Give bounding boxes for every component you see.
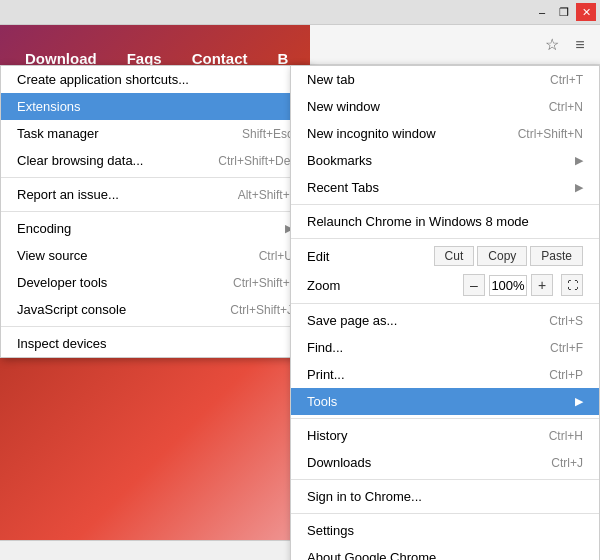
submenu-item[interactable]: JavaScript consoleCtrl+Shift+J bbox=[1, 296, 309, 323]
menu-item-label: History bbox=[307, 428, 529, 443]
menu-item-label: New window bbox=[307, 99, 529, 114]
submenu-item-label: Inspect devices bbox=[17, 336, 293, 351]
menu-item-label: New incognito window bbox=[307, 126, 498, 141]
submenu-item-label: Developer tools bbox=[17, 275, 233, 290]
submenu-item[interactable]: Encoding▶ bbox=[1, 215, 309, 242]
zoom-row: Zoom – 100% + ⛶ bbox=[291, 270, 599, 300]
menu-shortcut: Ctrl+T bbox=[550, 73, 583, 87]
menu-shortcut: Ctrl+H bbox=[549, 429, 583, 443]
submenu-item[interactable]: Task managerShift+Esc bbox=[1, 120, 309, 147]
submenu-item[interactable]: Clear browsing data...Ctrl+Shift+Del bbox=[1, 147, 309, 174]
menu-item-label: Bookmarks bbox=[307, 153, 567, 168]
menu-item[interactable]: New windowCtrl+N bbox=[291, 93, 599, 120]
menu-shortcut: Ctrl+Shift+N bbox=[518, 127, 583, 141]
menu-item-label: Downloads bbox=[307, 455, 531, 470]
menu-item[interactable]: HistoryCtrl+H bbox=[291, 422, 599, 449]
menu-item[interactable]: Sign in to Chrome... bbox=[291, 483, 599, 510]
submenu-shortcut: Alt+Shift+I bbox=[238, 188, 293, 202]
menu-item[interactable]: Print...Ctrl+P bbox=[291, 361, 599, 388]
zoom-label: Zoom bbox=[307, 278, 463, 293]
submenu-item[interactable]: Extensions bbox=[1, 93, 309, 120]
submenu-shortcut: Ctrl+U bbox=[259, 249, 293, 263]
star-icon[interactable]: ☆ bbox=[540, 33, 564, 57]
menu-divider bbox=[291, 204, 599, 205]
maximize-button[interactable]: ❐ bbox=[554, 3, 574, 21]
cut-button[interactable]: Cut bbox=[434, 246, 475, 266]
edit-label: Edit bbox=[307, 249, 434, 264]
submenu-item[interactable]: Report an issue...Alt+Shift+I bbox=[1, 181, 309, 208]
menu-item[interactable]: About Google Chrome bbox=[291, 544, 599, 560]
window-chrome: – ❐ ✕ bbox=[0, 0, 600, 25]
submenu-item-label: JavaScript console bbox=[17, 302, 230, 317]
submenu-item[interactable]: Developer toolsCtrl+Shift+I bbox=[1, 269, 309, 296]
menu-shortcut: Ctrl+P bbox=[549, 368, 583, 382]
menu-shortcut: Ctrl+N bbox=[549, 100, 583, 114]
menu-shortcut: Ctrl+J bbox=[551, 456, 583, 470]
menu-divider bbox=[291, 513, 599, 514]
submenu-item[interactable]: Create application shortcuts... bbox=[1, 66, 309, 93]
submenu-shortcut: Ctrl+Shift+Del bbox=[218, 154, 293, 168]
menu-item-label: Sign in to Chrome... bbox=[307, 489, 583, 504]
submenu-item-label: Report an issue... bbox=[17, 187, 238, 202]
menu-item-label: Find... bbox=[307, 340, 530, 355]
submenu-item-label: Task manager bbox=[17, 126, 242, 141]
edit-buttons: Cut Copy Paste bbox=[434, 246, 583, 266]
menu-item[interactable]: New incognito windowCtrl+Shift+N bbox=[291, 120, 599, 147]
menu-divider bbox=[291, 303, 599, 304]
menu-item[interactable]: Tools▶ bbox=[291, 388, 599, 415]
submenu-item-label: Extensions bbox=[17, 99, 293, 114]
submenu-arrow-icon: ▶ bbox=[575, 154, 583, 167]
fullscreen-button[interactable]: ⛶ bbox=[561, 274, 583, 296]
menu-item[interactable]: Find...Ctrl+F bbox=[291, 334, 599, 361]
edit-row: Edit Cut Copy Paste bbox=[291, 242, 599, 270]
menu-shortcut: Ctrl+F bbox=[550, 341, 583, 355]
menu-item-label: About Google Chrome bbox=[307, 550, 583, 560]
submenu-shortcut: Shift+Esc bbox=[242, 127, 293, 141]
menu-icon[interactable]: ≡ bbox=[568, 33, 592, 57]
menu-item[interactable]: New tabCtrl+T bbox=[291, 66, 599, 93]
menu-divider bbox=[291, 238, 599, 239]
menu-item-label: Tools bbox=[307, 394, 567, 409]
tools-submenu: Create application shortcuts...Extension… bbox=[0, 65, 310, 358]
submenu-item-label: View source bbox=[17, 248, 259, 263]
copy-button[interactable]: Copy bbox=[477, 246, 527, 266]
submenu-item-label: Encoding bbox=[17, 221, 277, 236]
zoom-in-button[interactable]: + bbox=[531, 274, 553, 296]
submenu-arrow-icon: ▶ bbox=[575, 181, 583, 194]
submenu-item-label: Clear browsing data... bbox=[17, 153, 218, 168]
submenu-item[interactable]: Inspect devices bbox=[1, 330, 309, 357]
menu-item[interactable]: Settings bbox=[291, 517, 599, 544]
submenu-shortcut: Ctrl+Shift+J bbox=[230, 303, 293, 317]
menu-item-label: New tab bbox=[307, 72, 530, 87]
submenu-divider bbox=[1, 326, 309, 327]
window-controls: – ❐ ✕ bbox=[532, 3, 596, 21]
submenu-item-label: Create application shortcuts... bbox=[17, 72, 293, 87]
submenu-item[interactable]: View sourceCtrl+U bbox=[1, 242, 309, 269]
submenu-arrow-icon: ▶ bbox=[575, 395, 583, 408]
menu-item-label: Settings bbox=[307, 523, 583, 538]
submenu-shortcut: Ctrl+Shift+I bbox=[233, 276, 293, 290]
submenu-divider bbox=[1, 177, 309, 178]
zoom-out-button[interactable]: – bbox=[463, 274, 485, 296]
submenu-divider bbox=[1, 211, 309, 212]
chrome-menu: New tabCtrl+TNew windowCtrl+NNew incogni… bbox=[290, 65, 600, 560]
menu-item-label: Print... bbox=[307, 367, 529, 382]
menu-item[interactable]: Relaunch Chrome in Windows 8 mode bbox=[291, 208, 599, 235]
menu-item[interactable]: Save page as...Ctrl+S bbox=[291, 307, 599, 334]
zoom-value: 100% bbox=[489, 275, 527, 296]
menu-item-label: Save page as... bbox=[307, 313, 529, 328]
zoom-controls: – 100% + ⛶ bbox=[463, 274, 583, 296]
paste-button[interactable]: Paste bbox=[530, 246, 583, 266]
menu-item-label: Relaunch Chrome in Windows 8 mode bbox=[307, 214, 583, 229]
menu-item[interactable]: Recent Tabs▶ bbox=[291, 174, 599, 201]
menu-shortcut: Ctrl+S bbox=[549, 314, 583, 328]
minimize-button[interactable]: – bbox=[532, 3, 552, 21]
close-button[interactable]: ✕ bbox=[576, 3, 596, 21]
menu-item-label: Recent Tabs bbox=[307, 180, 567, 195]
menu-divider bbox=[291, 418, 599, 419]
menu-item[interactable]: DownloadsCtrl+J bbox=[291, 449, 599, 476]
menu-divider bbox=[291, 479, 599, 480]
menu-item[interactable]: Bookmarks▶ bbox=[291, 147, 599, 174]
